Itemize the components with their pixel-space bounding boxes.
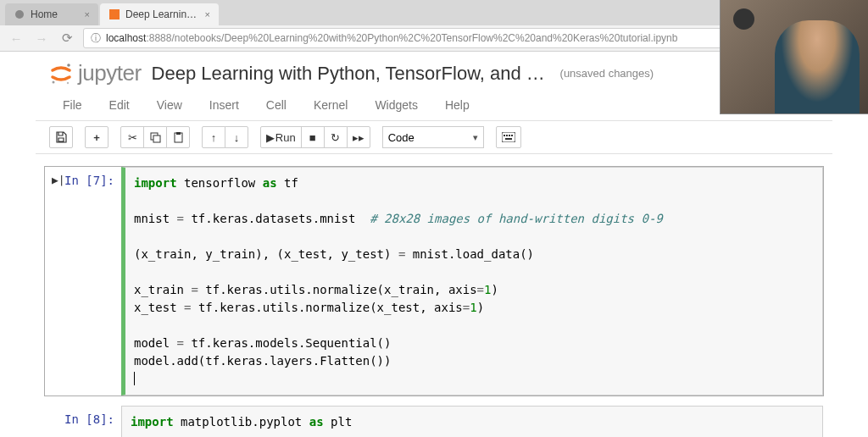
jupyter-logo[interactable]: jupyter: [49, 60, 142, 86]
back-button[interactable]: ←: [7, 29, 25, 47]
svg-rect-1: [109, 9, 120, 19]
menu-edit[interactable]: Edit: [96, 93, 143, 117]
toolbar: + ✂ ↑ ↓ ▶ Run ■ ↻ ▸▸ Code: [36, 121, 832, 154]
move-up-button[interactable]: ↑: [202, 126, 225, 148]
menu-view[interactable]: View: [143, 93, 196, 117]
tab-title: Deep Learning with Pyth...: [125, 8, 200, 20]
svg-point-4: [67, 81, 69, 83]
run-label: Run: [275, 131, 296, 144]
restart-button[interactable]: ↻: [324, 126, 348, 148]
svg-rect-14: [505, 138, 512, 140]
interrupt-button[interactable]: ■: [301, 126, 325, 148]
celltype-select[interactable]: Code: [382, 126, 484, 148]
code-cell[interactable]: ▶|In [7]:import tensorflow as tf mnist =…: [44, 166, 824, 396]
close-icon[interactable]: ×: [205, 9, 210, 19]
move-down-button[interactable]: ↓: [225, 126, 248, 148]
menu-widgets[interactable]: Widgets: [361, 93, 431, 117]
run-cell-icon[interactable]: ▶|: [52, 174, 65, 186]
add-cell-button[interactable]: +: [85, 126, 108, 148]
menu-help[interactable]: Help: [431, 93, 483, 117]
celltype-value: Code: [388, 131, 415, 144]
cell-prompt: ▶|In [7]:: [45, 167, 121, 396]
close-icon[interactable]: ×: [85, 9, 90, 19]
svg-rect-8: [176, 132, 181, 135]
menubar: FileEditViewInsertCellKernelWidgetsHelp …: [36, 90, 832, 121]
svg-rect-10: [504, 135, 505, 136]
svg-rect-12: [509, 135, 510, 136]
svg-point-2: [67, 64, 70, 67]
svg-rect-6: [153, 136, 160, 142]
jupyter-favicon-icon: [108, 8, 120, 20]
code-input[interactable]: import matplotlib.pyplot as plt plt.imsh…: [121, 406, 823, 437]
menu-kernel[interactable]: Kernel: [300, 93, 361, 117]
save-button[interactable]: [49, 126, 73, 148]
url-host: localhost: [106, 32, 146, 44]
webcam-overlay: [720, 0, 868, 114]
autosave-status: (unsaved changes): [560, 67, 654, 80]
svg-point-3: [53, 80, 55, 83]
svg-rect-13: [511, 135, 513, 136]
command-palette-button[interactable]: [496, 126, 521, 148]
notebook-area: ▶|In [7]:import tensorflow as tf mnist =…: [36, 154, 832, 437]
home-favicon-icon: [14, 8, 25, 20]
svg-rect-9: [502, 132, 515, 142]
cell-prompt: In [8]:: [45, 406, 121, 437]
url-path: :8888/notebooks/Deep%20Learning%20with%2…: [146, 32, 677, 44]
svg-rect-11: [506, 135, 508, 136]
text-cursor: [134, 372, 135, 385]
browser-tab[interactable]: Deep Learning with Pyth...×: [100, 3, 219, 25]
svg-point-0: [15, 10, 24, 19]
reload-button[interactable]: ⟳: [58, 29, 76, 47]
restart-run-all-button[interactable]: ▸▸: [347, 126, 370, 148]
tab-title: Home: [31, 8, 80, 20]
info-icon: ⓘ: [91, 31, 101, 46]
cut-button[interactable]: ✂: [120, 126, 144, 148]
menu-insert[interactable]: Insert: [196, 93, 253, 117]
menu-file[interactable]: File: [49, 93, 96, 117]
jupyter-icon: [49, 62, 73, 86]
copy-button[interactable]: [143, 126, 167, 148]
run-button[interactable]: ▶ Run: [260, 126, 302, 148]
code-input[interactable]: import tensorflow as tf mnist = tf.keras…: [121, 167, 823, 396]
paste-button[interactable]: [166, 126, 190, 148]
code-cell[interactable]: In [8]:import matplotlib.pyplot as plt p…: [44, 405, 824, 437]
browser-tab[interactable]: Home×: [5, 3, 98, 25]
menu-cell[interactable]: Cell: [253, 93, 300, 117]
header: jupyter Deep Learning with Python, Tenso…: [36, 52, 832, 90]
forward-button[interactable]: →: [32, 29, 51, 47]
logo-text: jupyter: [78, 60, 142, 86]
notebook-title[interactable]: Deep Learning with Python, TensorFlow, a…: [152, 63, 550, 85]
